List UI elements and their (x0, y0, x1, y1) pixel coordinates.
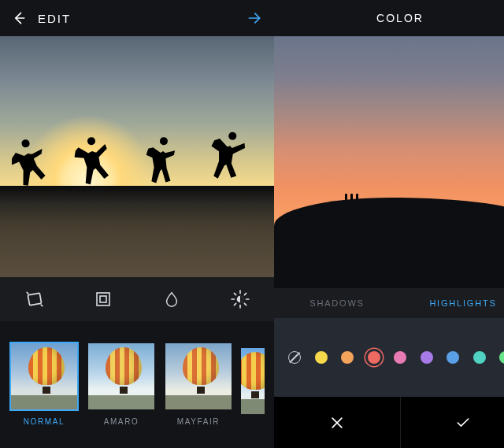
color-header: COLOR (274, 0, 504, 36)
filter-label: MAYFAIR (177, 417, 220, 426)
swatch-blue[interactable] (447, 351, 459, 364)
swatch-red[interactable] (368, 351, 380, 364)
filter-strip[interactable]: NORMAL AMARO MAYFAIR (0, 321, 274, 448)
accept-button[interactable] (401, 397, 505, 448)
swatch-teal[interactable] (473, 351, 486, 364)
svg-rect-1 (97, 293, 109, 305)
filter-mayfair[interactable]: MAYFAIR (164, 342, 233, 426)
swatch-none[interactable] (288, 351, 301, 364)
cancel-button[interactable] (274, 397, 401, 448)
confirm-bar (274, 397, 504, 448)
swatch-pink[interactable] (394, 351, 406, 364)
frame-tool[interactable] (69, 277, 137, 321)
filter-normal[interactable]: NORMAL (9, 342, 79, 426)
edit-screen: EDIT (0, 0, 274, 448)
filter-amaro[interactable]: AMARO (87, 342, 156, 426)
color-tabs: SHADOWS HIGHLIGHTS (274, 288, 504, 318)
edit-preview[interactable] (0, 36, 274, 277)
lux-tool[interactable] (206, 277, 274, 321)
swatch-yellow[interactable] (315, 351, 328, 364)
swatch-purple[interactable] (421, 351, 433, 364)
swatch-row (274, 318, 504, 397)
color-preview[interactable] (274, 36, 504, 288)
svg-rect-0 (28, 293, 41, 305)
color-screen: COLOR SHADOWS HIGHLIGHTS (274, 0, 504, 448)
swatch-green[interactable] (499, 351, 504, 364)
filter-label: AMARO (104, 417, 139, 426)
next-arrow-icon[interactable] (246, 10, 263, 26)
straighten-tool[interactable] (0, 277, 69, 321)
filter-more[interactable] (241, 346, 265, 422)
edit-title: EDIT (38, 12, 71, 25)
filter-label: NORMAL (24, 417, 65, 426)
tab-highlights[interactable]: HIGHLIGHTS (400, 288, 504, 318)
tab-shadows[interactable]: SHADOWS (274, 288, 400, 318)
back-arrow-icon[interactable] (11, 10, 27, 26)
swatch-orange[interactable] (341, 351, 354, 364)
color-title: COLOR (301, 12, 499, 24)
edit-header: EDIT (0, 0, 274, 36)
blur-tool[interactable] (137, 277, 206, 321)
svg-rect-2 (100, 296, 106, 302)
tool-row (0, 277, 274, 321)
